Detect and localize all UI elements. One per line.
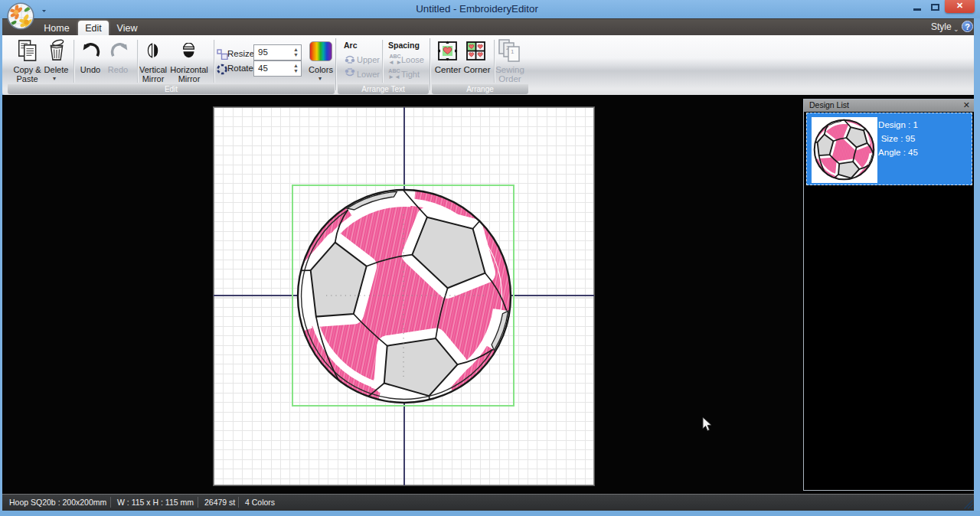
svg-text:1: 1 (511, 48, 514, 55)
